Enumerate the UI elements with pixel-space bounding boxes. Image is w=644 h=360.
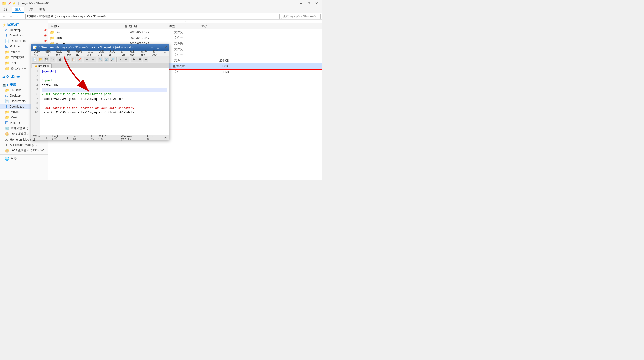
np-tool-replace[interactable]: 🔄 (104, 57, 110, 62)
tab-home[interactable]: 主页 (12, 7, 24, 12)
np-tool-print[interactable]: 🖨 (57, 57, 63, 62)
folder-macos-icon: 📁 (5, 50, 9, 54)
np-title-text: C:\Program Files\mysql-5.7.31-winx64\my.… (38, 46, 134, 49)
np-tool-sep1 (56, 57, 56, 62)
np-tab-label: my. ini (38, 64, 46, 67)
folder-icon-docs: 📁 (50, 36, 54, 40)
nav-up[interactable]: ↑ (20, 14, 24, 19)
breadcrumb-programfiles[interactable]: Program Files (58, 14, 77, 18)
title-sep: | (18, 1, 19, 6)
scroll-up-indicator: ▲ (48, 20, 322, 23)
drive-e-icon: 📀 (5, 132, 9, 136)
nav-down[interactable]: ▾ (15, 14, 19, 18)
np-menu-bar: 文件(F) 编辑(E) 搜索(S) 视(V) 编码(N) 语言(L) 设置(T)… (31, 50, 169, 56)
pin-icon-dl: 📌 (44, 34, 47, 37)
np-tool-save[interactable]: 💾 (44, 57, 49, 62)
code-line-2 (42, 74, 167, 79)
code-line-8 (42, 101, 167, 106)
ribbon-tabs: 文件 主页 共享 查看 (0, 7, 322, 13)
tab-file[interactable]: 文件 (0, 7, 12, 12)
np-tool-macroplay[interactable]: ▶ (143, 57, 148, 62)
np-tool-redo[interactable]: ↪ (90, 57, 96, 62)
code-line-6: # set basedir to your installation path (42, 92, 167, 97)
title-bar-icons: 📁 📌 ⭐ | (2, 1, 20, 6)
np-tool-paste[interactable]: 📌 (77, 57, 82, 62)
np-code-area[interactable]: [mysqld] # port port=3306 # set basedir … (40, 68, 169, 135)
col-header-type[interactable]: 类型 (168, 24, 200, 28)
col-header-name[interactable]: 名称 ▲ (50, 24, 124, 28)
notepad-window: 📝 C:\Program Files\mysql-5.7.31-winx64\m… (30, 44, 169, 140)
breadcrumb-thispc[interactable]: 此电脑 (27, 14, 36, 18)
address-path[interactable]: 此电脑 › 本地磁盘 (C:) › Program Files › mysql-… (26, 13, 280, 19)
sidebar-item-desktop[interactable]: 🗂 Desktop 📌 (0, 27, 48, 33)
np-status-sep1: | (46, 136, 47, 139)
folder-mysqldoc-icon: 📁 (5, 55, 9, 59)
np-status-sep2: | (67, 136, 68, 139)
tab-share[interactable]: 共享 (24, 7, 36, 12)
folder-docs-icon: 📄 (5, 39, 9, 43)
maximize-btn[interactable]: □ (306, 1, 312, 6)
pin-icon: 📌 (8, 2, 11, 5)
drive-c-icon: 💿 (5, 127, 9, 130)
col-header-date[interactable]: 修改日期 (124, 24, 168, 28)
folder-icon-bin: 📁 (50, 30, 54, 34)
drive-z-icon: 🖧 (5, 143, 8, 147)
np-tool-new[interactable]: 📄 (32, 57, 37, 62)
col-header-size[interactable]: 大小 (200, 24, 225, 28)
np-tool-saveall[interactable]: 🗂 (50, 57, 55, 62)
folder-pics2-icon: 🖼 (5, 121, 8, 125)
np-tool-sep2 (64, 57, 64, 62)
np-tool-sep4 (97, 57, 97, 62)
np-editor: 1 2 3 4 5 6 7 8 9 10 [mysqld] # port por… (31, 68, 169, 135)
np-tool-copy[interactable]: 📋 (71, 57, 76, 62)
np-status-bar: MS ini file | length : 230 | lines : 10 … (31, 135, 169, 140)
drive-y-icon: 🖧 (5, 138, 8, 142)
np-tool-undo[interactable]: ↩ (84, 57, 90, 62)
onedrive-icon: ☁ (2, 75, 6, 78)
np-tool-open[interactable]: 📂 (38, 57, 43, 62)
sidebar-item-downloads[interactable]: ⬇ Downloads 📌 (0, 33, 48, 38)
np-tool-indent[interactable]: ≡ (118, 57, 123, 62)
np-menu-help[interactable]: ? (162, 51, 168, 55)
minimize-btn[interactable]: ─ (298, 1, 304, 6)
np-corner-x[interactable]: ✕ (164, 44, 169, 49)
np-tab-close[interactable]: ✕ (47, 65, 49, 67)
folder-music-icon: 📁 (5, 115, 9, 119)
sidebar-item-drive-e2[interactable]: 📀 DVD 驱动器 (E:) CDROM (0, 148, 48, 153)
np-tool-sep6 (130, 57, 130, 62)
np-tool-sep5 (116, 57, 116, 62)
folder-docs2-icon: 📄 (5, 99, 9, 103)
sidebar-item-documents[interactable]: 📄 Documents 📌 (0, 38, 48, 44)
folder-movies-icon: 📁 (5, 110, 9, 114)
thispc-icon: 💻 (2, 83, 6, 87)
breadcrumb-mysql[interactable]: mysql-5.7.31-winx64 (80, 14, 107, 18)
nav-back[interactable]: ← (2, 14, 7, 19)
search-input[interactable] (281, 13, 320, 19)
address-bar: ← → ▾ ↑ 此电脑 › 本地磁盘 (C:) › Program Files … (0, 13, 322, 20)
np-tool-find[interactable]: 🔍 (98, 57, 104, 62)
np-tool-zoomin[interactable]: 🔎 (110, 57, 115, 62)
code-line-5 (42, 88, 167, 92)
folder-ppt-icon: 📁 (5, 61, 9, 65)
np-tool-macrostop[interactable]: ⏹ (137, 57, 142, 62)
network-icon: 🌐 (5, 157, 9, 161)
file-row-bin[interactable]: 📁 bin 2020/6/2 20:49 文件夹 (48, 29, 322, 35)
folder-pics-icon: 🖼 (5, 44, 8, 48)
tab-view[interactable]: 查看 (36, 7, 48, 12)
close-btn[interactable]: ✕ (313, 1, 320, 6)
code-line-4: port=3306 (42, 83, 167, 88)
np-tool-cut[interactable]: ✂ (65, 57, 70, 62)
breadcrumb-drive[interactable]: 本地磁盘 (C:) (38, 14, 56, 18)
sidebar-item-drive-z[interactable]: 🖧 AllFiles on 'Mac' (Z:) (0, 142, 48, 148)
np-tab-myini[interactable]: ⚙ my. ini ✕ (32, 63, 52, 68)
np-tool-macro[interactable]: ⏺ (131, 57, 136, 62)
np-status-filetype: MS ini file (33, 135, 42, 141)
explorer-title: mysql-5.7.31-winx64 (22, 2, 50, 5)
np-status-sep3: | (86, 136, 86, 139)
nav-forward[interactable]: → (8, 14, 14, 19)
np-tool-wrap[interactable]: ↵ (124, 57, 129, 62)
folder-desktop2-icon: 🗂 (5, 94, 8, 98)
file-row-docs[interactable]: 📁 docs 2020/6/2 20:47 文件夹 (48, 35, 322, 41)
sidebar-item-network[interactable]: 🌐 网络 (0, 156, 48, 161)
np-status-encoding: UTF-8 (147, 135, 153, 141)
